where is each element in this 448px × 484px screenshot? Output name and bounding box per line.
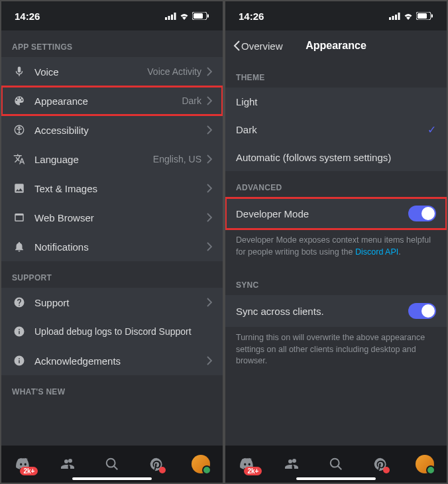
back-label: Overview [241, 40, 283, 52]
status-time: 14:26 [239, 11, 264, 22]
settings-item-voice[interactable]: Voice Voice Activity [1, 57, 223, 86]
support-header: SUPPORT [1, 261, 223, 288]
svg-rect-2 [171, 15, 173, 20]
theme-list: Light Dark✓ Automatic (follows system se… [225, 88, 447, 171]
svg-rect-6 [207, 15, 209, 18]
back-button[interactable]: Overview [233, 40, 283, 52]
status-icons [165, 12, 209, 20]
theme-label: Automatic (follows system settings) [236, 152, 391, 163]
settings-item-upload-logs[interactable]: Upload debug logs to Discord Support [1, 317, 223, 346]
discord-api-link[interactable]: Discord API [355, 247, 398, 257]
chevron-right-icon [207, 356, 212, 365]
svg-rect-11 [392, 16, 394, 20]
settings-item-web-browser[interactable]: Web Browser [1, 203, 223, 232]
item-label: Accessibility [34, 125, 207, 136]
page-title: Appearance [306, 40, 366, 52]
svg-rect-15 [418, 13, 427, 19]
theme-header: THEME [225, 61, 447, 88]
advanced-header: ADVANCED [225, 171, 447, 198]
appearance-screen: 14:26 Overview Appearance THEME Light Da… [225, 1, 447, 483]
tab-friends[interactable] [278, 451, 305, 477]
search-icon [329, 457, 343, 471]
svg-rect-12 [395, 15, 397, 20]
status-time: 14:26 [15, 11, 40, 22]
sync-header: SYNC [225, 269, 447, 295]
tab-search[interactable] [323, 451, 349, 477]
item-label: Support [34, 297, 207, 308]
tab-home[interactable]: 2k+ [234, 451, 260, 477]
palette-icon [12, 93, 27, 108]
bell-icon [12, 239, 27, 254]
theme-label: Dark [236, 124, 257, 135]
settings-item-acknowledgements[interactable]: Acknowledgements [1, 346, 223, 375]
tab-search[interactable] [99, 451, 125, 477]
notification-dot [159, 467, 166, 473]
tab-bar: 2k+ [1, 446, 223, 483]
signal-icon [165, 13, 176, 20]
check-icon: ✓ [427, 123, 436, 136]
browser-icon [12, 210, 27, 225]
nav-header: Overview Appearance [225, 30, 447, 61]
settings-item-appearance[interactable]: Appearance Dark [1, 86, 223, 115]
item-value: English, US [153, 154, 201, 164]
tab-mentions[interactable] [143, 451, 170, 477]
signal-icon [389, 13, 400, 20]
accessibility-icon [12, 123, 27, 137]
wifi-icon [179, 12, 190, 20]
home-indicator [296, 477, 376, 480]
svg-point-9 [107, 459, 115, 467]
svg-rect-3 [174, 13, 176, 20]
toggle-switch[interactable] [408, 303, 436, 319]
theme-option-light[interactable]: Light [225, 88, 447, 115]
dev-mode-description: Developer Mode exposes context menu item… [225, 229, 447, 269]
item-label: Appearance [34, 95, 182, 107]
tab-profile[interactable] [412, 451, 438, 477]
chevron-right-icon [207, 125, 212, 135]
svg-rect-1 [168, 16, 170, 20]
battery-icon [192, 12, 209, 20]
item-value: Dark [182, 95, 201, 106]
status-icons [389, 12, 433, 20]
app-settings-list: Voice Voice Activity Appearance Dark Acc… [1, 57, 223, 261]
support-list: Support Upload debug logs to Discord Sup… [1, 288, 223, 375]
tab-home[interactable]: 2k+ [10, 451, 36, 477]
info-icon [12, 353, 27, 368]
svg-rect-10 [389, 17, 391, 20]
settings-item-accessibility[interactable]: Accessibility [1, 115, 223, 145]
sync-description: Turning this on will overwrite the above… [225, 327, 447, 378]
svg-point-8 [19, 127, 20, 128]
unread-badge: 2k+ [244, 467, 262, 475]
toggle-switch[interactable] [408, 206, 436, 221]
home-indicator [72, 477, 152, 480]
friends-icon [284, 456, 300, 472]
settings-item-support[interactable]: Support [1, 288, 223, 317]
chevron-right-icon [207, 213, 212, 222]
settings-item-text-images[interactable]: Text & Images [1, 174, 223, 203]
svg-rect-0 [165, 17, 167, 20]
item-label: Web Browser [34, 212, 207, 223]
svg-point-17 [331, 459, 339, 467]
chevron-right-icon [207, 67, 212, 76]
item-label: Notifications [34, 241, 207, 253]
item-label: Voice [34, 66, 147, 78]
app-settings-header: APP SETTINGS [1, 30, 223, 57]
theme-label: Light [236, 96, 258, 107]
chevron-right-icon [207, 96, 212, 105]
image-icon [12, 181, 27, 196]
search-icon [105, 457, 119, 471]
theme-option-dark[interactable]: Dark✓ [225, 115, 447, 143]
translate-icon [12, 152, 27, 166]
toggle-label: Developer Mode [236, 208, 309, 219]
developer-mode-row[interactable]: Developer Mode [225, 198, 447, 229]
settings-item-language[interactable]: Language English, US [1, 145, 223, 174]
svg-rect-16 [431, 15, 433, 18]
sync-row[interactable]: Sync across clients. [225, 295, 447, 327]
tab-mentions[interactable] [367, 451, 394, 477]
tab-profile[interactable] [188, 451, 214, 477]
chevron-right-icon [207, 184, 212, 193]
item-label: Acknowledgements [34, 355, 207, 367]
tab-friends[interactable] [54, 451, 81, 477]
chevron-right-icon [207, 298, 212, 307]
settings-item-notifications[interactable]: Notifications [1, 232, 223, 261]
theme-option-automatic[interactable]: Automatic (follows system settings) [225, 143, 447, 171]
